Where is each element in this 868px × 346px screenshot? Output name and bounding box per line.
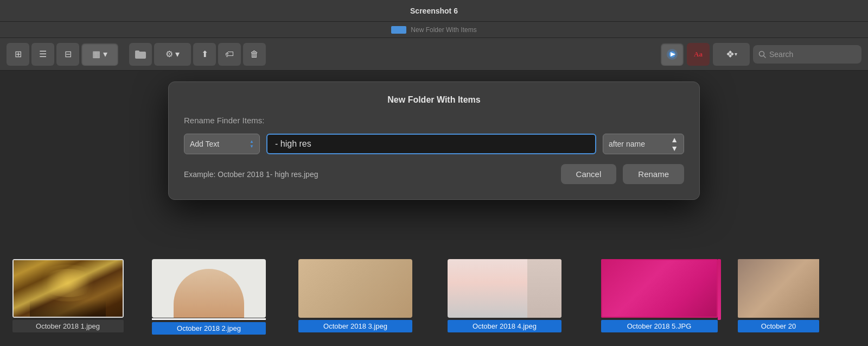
after-name-label: after name (609, 140, 645, 148)
toolbar: ⊞ ☰ ⊟ ▦ ▾ ⚙ ▾ ⬆ 🏷 🗑 Aa ❖ ▾ (0, 38, 868, 71)
new-folder-button[interactable] (129, 43, 152, 66)
main-content: New Folder With Items Rename Finder Item… (0, 71, 868, 346)
file-label: October 2018 2.jpeg (152, 322, 266, 335)
dialog-input-row: Add Text ▲▼ after name ▲▼ (184, 134, 684, 154)
search-bar[interactable]: Search (753, 45, 861, 64)
thumbnail-image (448, 259, 561, 318)
file-label: October 2018 4.jpeg (448, 320, 561, 332)
thumbnail-image (12, 259, 124, 318)
file-label: October 2018 1.jpeg (12, 320, 124, 332)
search-icon (758, 51, 766, 58)
file-label: October 2018 3.jpeg (298, 320, 412, 332)
thumbnails-row: October 2018 1.jpeg October 2018 2.jpeg … (0, 254, 868, 346)
list-item[interactable]: October 2018 1.jpeg (0, 259, 136, 332)
file-label: October 20 (738, 320, 819, 332)
rename-button[interactable]: Rename (623, 164, 684, 184)
delete-button[interactable]: 🗑 (243, 43, 266, 66)
dialog-buttons: Cancel Rename (561, 164, 684, 184)
rename-dialog: New Folder With Items Rename Finder Item… (168, 81, 700, 200)
dialog-title: New Folder With Items (184, 95, 684, 105)
after-name-chevrons: ▲▼ (671, 135, 678, 153)
after-name-dropdown[interactable]: after name ▲▼ (603, 134, 684, 154)
thumbnail-image (152, 259, 266, 318)
arrange-button[interactable]: ⚙ ▾ (154, 43, 191, 66)
action1-button[interactable] (661, 43, 684, 66)
gallery-view-button[interactable]: ▦ ▾ (81, 43, 118, 66)
search-placeholder-text: Search (769, 50, 793, 59)
rename-text-input[interactable] (266, 134, 596, 154)
list-item[interactable]: October 2018 5.JPG (580, 259, 738, 332)
svg-rect-1 (135, 51, 139, 53)
add-text-dropdown[interactable]: Add Text ▲▼ (184, 134, 260, 154)
grid-small-view-button[interactable]: ⊞ (7, 43, 29, 66)
list-view-button[interactable]: ☰ (31, 43, 54, 66)
dropdown-chevrons: ▲▼ (250, 139, 254, 149)
share-button[interactable]: ⬆ (193, 43, 216, 66)
svg-line-6 (764, 55, 766, 58)
window-title: Screenshot 6 (410, 7, 458, 15)
church-painting-image (12, 259, 124, 318)
fonts-button[interactable]: Aa (687, 43, 710, 66)
thumbnail-image (738, 259, 819, 318)
list-item[interactable]: October 2018 2.jpeg (136, 259, 282, 335)
thumbnail-image (601, 259, 718, 318)
dropbox-button[interactable]: ❖ ▾ (713, 43, 750, 66)
dropbox-icon: ❖ (726, 48, 735, 60)
title-bar: Screenshot 6 (0, 0, 868, 22)
rename-label: Rename Finder Items: (184, 116, 684, 125)
thumbnail-image (298, 259, 412, 318)
new-folder-partial-label: New Folder With Items (0, 22, 868, 38)
list-item[interactable]: October 2018 4.jpeg (429, 259, 580, 332)
list-item[interactable]: October 2018 3.jpeg (282, 259, 429, 332)
selection-bar (152, 318, 266, 320)
list-item[interactable]: October 20 (738, 259, 819, 332)
cancel-button[interactable]: Cancel (561, 164, 617, 184)
tags-button[interactable]: 🏷 (218, 43, 241, 66)
example-text: Example: October 2018 1- high res.jpeg (184, 170, 318, 179)
column-view-button[interactable]: ⊟ (56, 43, 79, 66)
add-text-label: Add Text (190, 140, 219, 148)
dialog-example-row: Example: October 2018 1- high res.jpeg C… (184, 164, 684, 184)
blue-folder-icon (391, 26, 406, 34)
file-label: October 2018 5.JPG (601, 320, 718, 332)
new-folder-label-text: New Folder With Items (411, 26, 476, 34)
